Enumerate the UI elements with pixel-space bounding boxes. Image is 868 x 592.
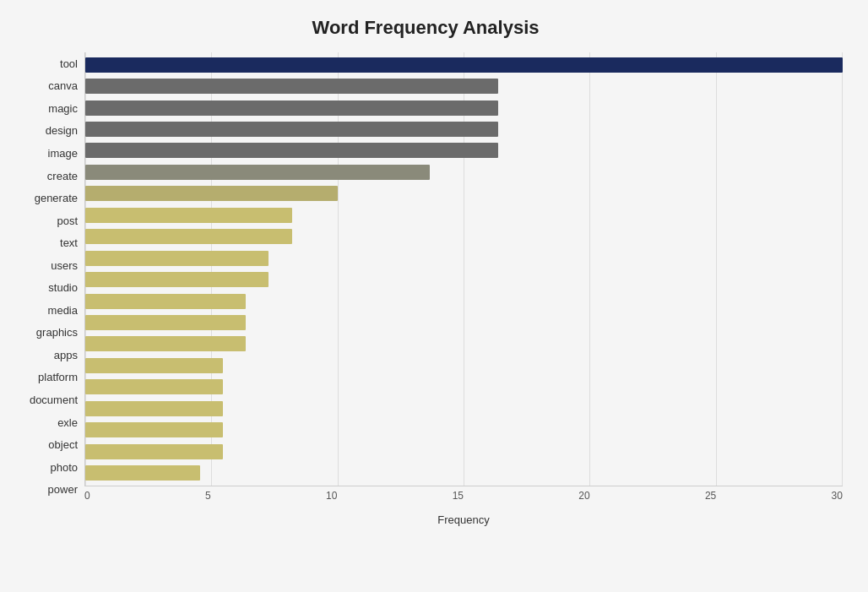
x-tick: 15	[453, 490, 464, 502]
bar-row	[85, 141, 843, 160]
y-axis-label: magic	[48, 97, 78, 119]
bar-row	[85, 120, 843, 138]
bar	[85, 379, 223, 394]
bar	[85, 272, 269, 287]
y-axis-label: photo	[50, 456, 78, 478]
x-tick: 5	[205, 490, 211, 502]
bar	[85, 143, 498, 158]
x-tick: 0	[84, 490, 90, 502]
y-axis-label: studio	[48, 277, 78, 299]
bar	[85, 208, 292, 223]
y-axis-label: design	[46, 120, 78, 142]
bar-row	[85, 270, 843, 289]
bars-container	[85, 52, 843, 486]
bar-row	[85, 292, 843, 311]
bar-row	[85, 163, 843, 182]
bar-row	[85, 227, 843, 246]
x-tick: 30	[832, 490, 843, 502]
bar	[85, 336, 246, 351]
chart-area: toolcanvamagicdesignimagecreategeneratep…	[8, 52, 843, 526]
chart-container: Word Frequency Analysis toolcanvamagicde…	[0, 0, 868, 592]
bar-row	[85, 443, 843, 461]
bar	[85, 57, 843, 73]
bar	[85, 358, 223, 373]
bar-row	[85, 184, 843, 203]
plot-area: 051015202530 Frequency	[84, 52, 843, 526]
bar	[85, 251, 269, 266]
x-axis-label: Frequency	[84, 513, 843, 526]
y-axis-label: apps	[54, 344, 78, 366]
y-axis-label: graphics	[36, 322, 78, 344]
bar-row	[85, 464, 843, 482]
bar-row	[85, 421, 843, 439]
y-axis-label: tool	[60, 52, 78, 74]
bar	[85, 165, 430, 180]
bar	[85, 465, 200, 481]
bar-row	[85, 206, 843, 225]
y-axis-label: post	[57, 209, 78, 231]
bar	[85, 122, 498, 137]
y-axis-label: generate	[35, 187, 78, 209]
y-axis-label: users	[51, 254, 78, 276]
y-axis-label: platform	[38, 367, 78, 388]
y-axis-label: canva	[48, 75, 78, 97]
bar-row	[85, 313, 843, 332]
x-tick: 20	[578, 490, 589, 502]
bar	[85, 444, 223, 459]
bar-row	[85, 334, 843, 353]
bar	[85, 229, 292, 244]
y-axis-label: exle	[57, 411, 78, 433]
y-axis-label: create	[47, 165, 78, 187]
bar-row	[85, 99, 843, 117]
bar	[85, 422, 223, 437]
y-axis-label: image	[48, 142, 78, 164]
bar	[85, 315, 246, 330]
bar	[85, 401, 223, 416]
x-tick: 10	[326, 490, 337, 502]
chart-title: Word Frequency Analysis	[8, 17, 843, 39]
y-axis-label: power	[48, 479, 78, 501]
bar	[85, 79, 498, 94]
y-axis-label: media	[48, 299, 78, 321]
x-tick: 25	[705, 490, 716, 502]
y-axis: toolcanvamagicdesignimagecreategeneratep…	[8, 52, 84, 526]
y-axis-label: text	[60, 232, 78, 254]
y-axis-label: object	[48, 434, 78, 456]
x-axis: 051015202530	[84, 486, 843, 512]
bar	[85, 294, 246, 309]
y-axis-label: document	[30, 388, 78, 410]
bar-row	[85, 249, 843, 268]
bar	[85, 186, 338, 201]
bar-row	[85, 356, 843, 375]
bar-row	[85, 377, 843, 396]
bar	[85, 100, 498, 116]
bar-row	[85, 77, 843, 95]
bar-row	[85, 56, 843, 74]
bars-wrapper	[84, 52, 843, 486]
bar-row	[85, 399, 843, 418]
